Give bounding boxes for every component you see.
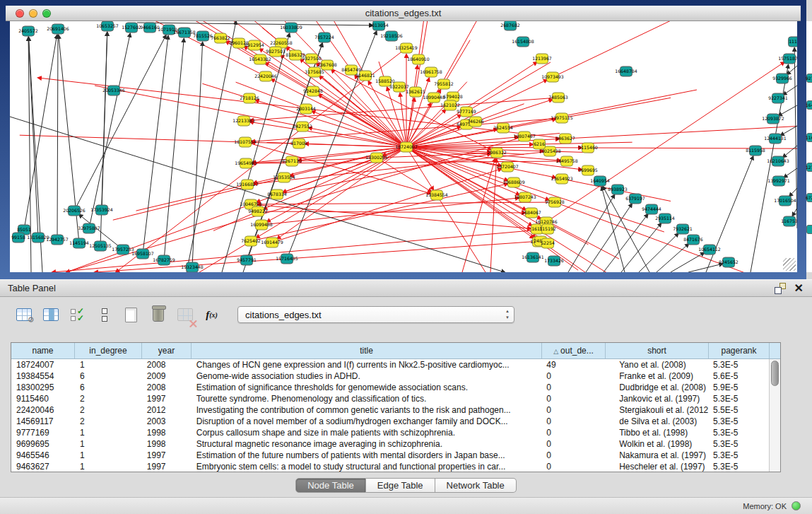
- graph-node[interactable]: 9756928: [545, 197, 565, 207]
- graph-node[interactable]: 9699695: [578, 165, 598, 175]
- graph-node[interactable]: 20053346: [102, 86, 125, 95]
- graph-node[interactable]: 9329966: [772, 74, 792, 83]
- graph-node[interactable]: 16648784: [615, 66, 637, 76]
- column-header-name[interactable]: name: [11, 343, 75, 358]
- graph-node[interactable]: 19323448: [181, 262, 204, 272]
- minimize-window-button[interactable]: [29, 9, 37, 18]
- graph-node[interactable]: 9463627: [555, 134, 575, 144]
- graph-node[interactable]: 6379197: [625, 194, 645, 204]
- table-row[interactable]: 2242004622012Investigating the contribut…: [11, 404, 769, 416]
- table-selector-dropdown[interactable]: citations_edges.txt ▲▼: [237, 306, 514, 323]
- graph-node[interactable]: 6216: [534, 139, 546, 149]
- graph-node[interactable]: 8471676: [683, 235, 703, 245]
- graph-node[interactable]: 9115460: [578, 143, 598, 153]
- graph-node[interactable]: 3175685: [305, 67, 324, 77]
- graph-node[interactable]: 9466160: [140, 23, 160, 33]
- graph-node[interactable]: 16099488: [250, 220, 273, 230]
- graph-node[interactable]: 16914479: [261, 238, 283, 247]
- graph-node[interactable]: 16033809: [280, 23, 302, 33]
- graph-node[interactable]: 19166827: [236, 180, 259, 189]
- graph-node[interactable]: 8813054: [369, 21, 389, 30]
- column-visibility-icon[interactable]: [41, 305, 60, 324]
- table-row[interactable]: 1938455462009Genome-wide association stu…: [11, 370, 769, 382]
- network-window-titlebar[interactable]: citations_edges.txt: [6, 6, 801, 21]
- graph-node[interactable]: 12942757: [46, 235, 69, 245]
- graph-node[interactable]: 15716485: [276, 254, 298, 264]
- graph-node[interactable]: 7625402: [241, 236, 261, 246]
- tab-network-table[interactable]: Network Table: [435, 478, 517, 493]
- graph-node[interactable]: 746266: [467, 117, 484, 127]
- graph-node[interactable]: 1213967: [532, 54, 552, 64]
- graph-node[interactable]: 2803144: [296, 104, 316, 114]
- column-header-year[interactable]: year: [142, 343, 192, 358]
- graph-node[interactable]: 13992971: [767, 176, 790, 186]
- table-row[interactable]: 946554611997Estimation of the future num…: [11, 450, 769, 461]
- graph-node[interactable]: 16543382: [249, 54, 271, 64]
- table-row[interactable]: 911546021997Tourette syndrome. Phenomeno…: [11, 393, 769, 404]
- close-window-button[interactable]: [16, 9, 24, 18]
- graph-node[interactable]: 8427552: [293, 122, 312, 132]
- vertical-scrollbar[interactable]: [769, 359, 780, 472]
- new-table-icon[interactable]: [122, 305, 141, 324]
- graph-node[interactable]: 9245652: [719, 257, 739, 267]
- graph-node[interactable]: 8678334: [267, 189, 287, 199]
- table-row[interactable]: 969969511998Structural magnetic resonanc…: [11, 438, 769, 450]
- graph-node[interactable]: 32975887: [78, 223, 100, 233]
- graph-node[interactable]: 52254: [541, 238, 555, 248]
- graph-node[interactable]: 16671358: [173, 28, 196, 37]
- graph-node[interactable]: 12444131: [764, 134, 787, 144]
- graph-node[interactable]: 7815526: [193, 31, 213, 41]
- close-panel-icon[interactable]: ✕: [794, 283, 804, 294]
- graph-node[interactable]: 1145194: [69, 238, 89, 248]
- graph-node[interactable]: 2405572: [18, 26, 38, 36]
- scrollbar-thumb[interactable]: [771, 361, 779, 386]
- graph-node[interactable]: 2935114: [655, 214, 675, 223]
- graph-node[interactable]: 13975115: [551, 113, 573, 123]
- graph-node[interactable]: 115192: [539, 224, 556, 234]
- graph-node[interactable]: [806, 225, 812, 234]
- column-header-title[interactable]: title: [192, 343, 542, 358]
- table-row[interactable]: 977716911998Corpus callosum shape and si…: [11, 427, 769, 438]
- graph-node[interactable]: 9227341: [768, 93, 788, 103]
- graph-node[interactable]: 10653257: [96, 21, 119, 31]
- network-canvas[interactable]: 2405572206914061065325715276029466160107…: [10, 21, 797, 272]
- graph-node[interactable]: 8938923: [608, 185, 628, 194]
- graph-node[interactable]: 2718126: [240, 93, 259, 103]
- graph-node[interactable]: 10654112: [698, 245, 721, 255]
- graph-node[interactable]: 7663822: [211, 33, 230, 43]
- graph-node[interactable]: 20691406: [47, 24, 69, 34]
- tab-edge-table[interactable]: Edge Table: [366, 478, 435, 493]
- graph-node[interactable]: 1733426: [544, 256, 564, 266]
- graph-node[interactable]: 16495758: [555, 156, 578, 166]
- graph-node[interactable]: 9498222: [248, 206, 268, 216]
- graph-node[interactable]: 22420046: [254, 71, 277, 81]
- graph-node[interactable]: 9146821: [355, 71, 375, 81]
- graph-node[interactable]: 18107554: [234, 137, 257, 147]
- resize-grip[interactable]: [783, 258, 796, 271]
- graph-node[interactable]: 12505135: [89, 241, 112, 251]
- graph-node[interactable]: 1640954: [590, 176, 610, 186]
- column-header-out_de[interactable]: △out_de...: [542, 343, 606, 358]
- function-builder-icon[interactable]: f(x): [202, 305, 221, 324]
- graph-node[interactable]: 817003: [290, 139, 307, 148]
- table-row[interactable]: 1456911722003Disruption of a novel membe…: [11, 416, 769, 427]
- graph-node[interactable]: 7857224: [314, 33, 334, 42]
- graph-node[interactable]: 7932621: [673, 224, 693, 234]
- graph-node[interactable]: 7485063: [548, 93, 568, 103]
- graph-node[interactable]: 19218506: [380, 31, 403, 41]
- graph-node[interactable]: 1527602: [122, 23, 141, 33]
- graph-node[interactable]: 16961758: [420, 67, 442, 77]
- graph-node[interactable]: 3624554: [493, 123, 513, 133]
- graph-node[interactable]: 18807243: [514, 192, 536, 202]
- selection-mode-icon[interactable]: ✓ ✓: [68, 305, 87, 324]
- graph-node[interactable]: 15751874: [778, 54, 797, 64]
- graph-node[interactable]: 9457791: [237, 255, 257, 265]
- float-panel-icon[interactable]: [775, 283, 786, 294]
- graph-node[interactable]: 19654985: [235, 158, 257, 168]
- table-settings-icon[interactable]: ⚙: [14, 305, 33, 324]
- graph-node[interactable]: 7955812: [434, 79, 454, 89]
- graph-node[interactable]: 2687682: [500, 21, 520, 30]
- table-row[interactable]: 1872400712008Changes of HCN gene express…: [11, 359, 769, 370]
- graph-node[interactable]: 12213383: [233, 116, 255, 126]
- column-header-in_degree[interactable]: in_degree: [75, 343, 142, 358]
